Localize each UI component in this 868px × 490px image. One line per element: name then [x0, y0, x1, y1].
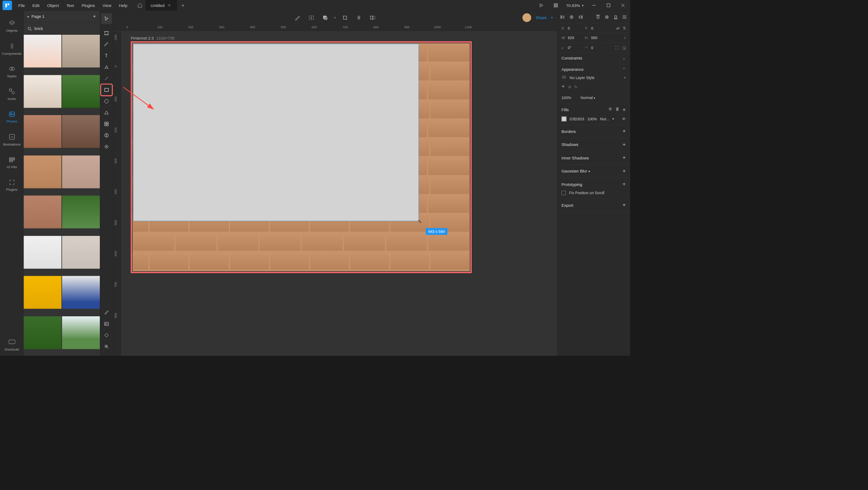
inner-shadows-header[interactable]: Inner Shadows+: [562, 155, 626, 161]
menu-plugins[interactable]: Plugins: [78, 0, 99, 11]
gaussian-header[interactable]: Gaussian Blur ▾+: [562, 168, 626, 174]
align-right-icon[interactable]: [578, 14, 583, 20]
photo-thumbnail[interactable]: [23, 35, 61, 68]
align-center-h-icon[interactable]: [569, 14, 574, 20]
photo-thumbnail[interactable]: [62, 276, 100, 309]
new-tab-button[interactable]: +: [177, 2, 189, 9]
diamond-tool[interactable]: [101, 141, 112, 152]
rail-components[interactable]: Components: [0, 38, 23, 60]
photo-thumbnail[interactable]: [62, 195, 100, 228]
rail-uikits[interactable]: UI Kits: [0, 151, 23, 173]
photo-thumbnail[interactable]: [62, 236, 100, 269]
photo-thumbnail[interactable]: [23, 276, 61, 309]
rail-styles[interactable]: Styles: [0, 60, 23, 83]
flip-v-icon[interactable]: ⇅: [623, 26, 626, 30]
appearance-header[interactable]: Appearance⌃: [562, 67, 626, 72]
text-tool[interactable]: T: [101, 50, 112, 61]
artboard-tool[interactable]: [101, 28, 112, 39]
layer-style-selector[interactable]: No Layer Style ▾: [562, 75, 626, 80]
menu-file[interactable]: File: [14, 0, 29, 11]
photo-thumbnail[interactable]: [23, 195, 61, 228]
pencil-icon[interactable]: [293, 13, 302, 23]
menu-view[interactable]: View: [99, 0, 115, 11]
fix-position-checkbox[interactable]: Fix Position on Scroll: [562, 191, 626, 195]
fill-row[interactable]: D3D3D3 100% Nor...▾ 👁: [562, 116, 626, 122]
detach-icon[interactable]: ⊘: [568, 84, 571, 89]
x-value[interactable]: 0: [568, 26, 582, 30]
pen-tool[interactable]: [101, 62, 112, 73]
page-selector[interactable]: ▾ Page 1 +: [23, 11, 100, 23]
add-border-button[interactable]: +: [622, 128, 626, 135]
distribute-icon[interactable]: [622, 14, 627, 20]
move-tool[interactable]: [101, 13, 112, 24]
component-create-icon[interactable]: [354, 13, 364, 23]
add-fill-button[interactable]: +: [622, 106, 626, 113]
rail-objects[interactable]: Objects: [0, 15, 23, 37]
shadows-header[interactable]: Shadows+: [562, 141, 626, 148]
visibility-icon[interactable]: 👁: [622, 117, 626, 121]
play-icon[interactable]: [534, 0, 549, 11]
canvas-viewport[interactable]: Pinterest 2:3 1102×735: [122, 32, 557, 356]
image-tool[interactable]: [101, 318, 112, 329]
radius-value[interactable]: 0: [591, 46, 605, 50]
independent-radius-icon[interactable]: ◲: [622, 46, 626, 50]
opacity-value[interactable]: 100%: [562, 96, 571, 100]
menu-help[interactable]: Help: [115, 0, 131, 11]
add-interaction-button[interactable]: +: [622, 181, 626, 188]
search-input[interactable]: [34, 26, 96, 31]
prototyping-header[interactable]: Prototyping+: [562, 181, 626, 188]
comment-tool[interactable]: [101, 330, 112, 341]
align-left-icon[interactable]: [560, 14, 566, 20]
crop-icon[interactable]: [340, 13, 350, 23]
window-close[interactable]: [616, 0, 630, 11]
photo-thumbnail[interactable]: [23, 156, 61, 189]
reset-icon[interactable]: ↻: [574, 84, 577, 89]
document-tab[interactable]: Untitled ×: [146, 0, 177, 11]
photo-thumbnail[interactable]: [23, 115, 61, 148]
export-header[interactable]: Export+: [562, 202, 626, 209]
menu-object[interactable]: Object: [43, 0, 63, 11]
zoom-level[interactable]: 70.83%▾: [563, 3, 587, 8]
full-radius-icon[interactable]: ⛶: [615, 46, 619, 50]
window-minimize[interactable]: [587, 0, 601, 11]
lock-aspect-icon[interactable]: ⟐: [624, 36, 626, 40]
photo-thumbnail[interactable]: [62, 35, 100, 68]
borders-header[interactable]: Borders+: [562, 128, 626, 135]
photo-thumbnail[interactable]: [62, 115, 100, 148]
window-maximize[interactable]: [601, 0, 615, 11]
add-blur-button[interactable]: +: [622, 168, 626, 174]
settings-icon[interactable]: ⚙: [608, 106, 612, 113]
app-logo[interactable]: [3, 0, 12, 10]
rotation-value[interactable]: 0°: [568, 46, 582, 50]
y-value[interactable]: 0: [591, 26, 605, 30]
fill-color-swatch[interactable]: [562, 116, 567, 122]
photo-thumbnail[interactable]: [62, 316, 100, 349]
photo-thumbnail[interactable]: [23, 236, 61, 269]
text-box-icon[interactable]: T: [306, 13, 316, 23]
width-value[interactable]: 929: [568, 36, 582, 40]
slice-tool[interactable]: [101, 39, 112, 50]
rail-illustrations[interactable]: Illustrations: [0, 129, 23, 151]
rail-icons[interactable]: Icons: [0, 83, 23, 106]
height-value[interactable]: 580: [591, 36, 605, 40]
align-top-icon[interactable]: [595, 14, 601, 20]
constraints-header[interactable]: Constraints⌄: [562, 56, 626, 61]
add-style-button[interactable]: +: [562, 83, 565, 90]
line-tool[interactable]: [101, 73, 112, 84]
close-tab-icon[interactable]: ×: [168, 3, 171, 8]
user-avatar[interactable]: [523, 13, 531, 22]
share-button[interactable]: Share: [536, 15, 546, 20]
zoom-tool[interactable]: [101, 341, 112, 352]
photo-thumbnail[interactable]: [62, 156, 100, 189]
add-page-button[interactable]: +: [93, 13, 96, 20]
triangle-tool[interactable]: [101, 107, 112, 118]
delete-icon[interactable]: 🗑: [615, 106, 619, 113]
photo-thumbnail[interactable]: [62, 75, 100, 108]
home-icon[interactable]: [138, 3, 143, 8]
rectangle-tool[interactable]: [101, 85, 112, 96]
rail-plugins[interactable]: Plugins: [0, 174, 23, 196]
align-bottom-icon[interactable]: [613, 14, 618, 20]
avatar-tool[interactable]: [101, 130, 112, 141]
menu-edit[interactable]: Edit: [29, 0, 43, 11]
component-tool[interactable]: [101, 119, 112, 129]
